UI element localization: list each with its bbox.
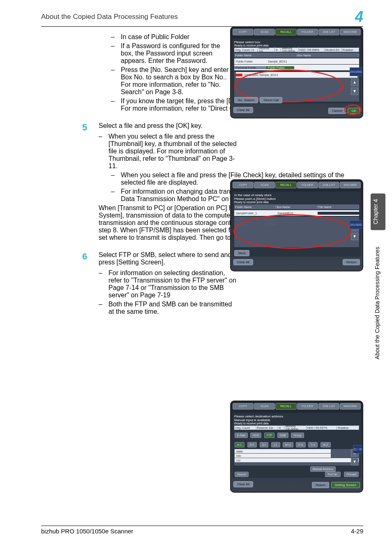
- step-number: 6: [82, 251, 99, 262]
- sc-page-badge: 001/0001: [350, 67, 363, 76]
- footer-page: 4-29: [351, 528, 363, 535]
- sc-folder-tab: Personal Folder: [234, 66, 266, 69]
- direct-call-button: Direct Call: [260, 97, 282, 103]
- port-no-button: Port No.: [325, 472, 341, 477]
- sc-page-badge: 001/0001: [350, 220, 363, 229]
- cancel-button: Cancel: [328, 108, 346, 114]
- body-text: When you select a file and press the [Th…: [108, 133, 238, 170]
- down-arrow-icon: ▼: [351, 233, 358, 240]
- step-intro: Select a file and press the [OK] key.: [99, 122, 238, 130]
- search-button: Search: [235, 472, 249, 477]
- body-text: In case of Public Folder: [121, 33, 189, 41]
- screenshot-ftp-smb: COPY SCAN RECALL FOLDER JOB LIST MACHINE…: [230, 401, 363, 493]
- sc-tab: SCAN: [254, 29, 275, 35]
- return-button: Return: [343, 259, 360, 265]
- return-button: Return: [312, 482, 329, 488]
- screenshot-select-box: COPY SCAN RECALL FOLDER JOB LIST MACHINE…: [230, 26, 363, 118]
- chapter-number-icon: 4: [355, 8, 363, 25]
- sc-tab: MACHINE: [340, 29, 361, 35]
- sc-page-badge: 01 / 01: [353, 445, 363, 454]
- clear-all-button: Clear All: [233, 259, 253, 265]
- clear-all-button: Clear All: [233, 107, 253, 113]
- sc-tab: RECALL: [275, 29, 296, 35]
- sc-status-cell: Orig. Count: [234, 49, 251, 51]
- sc-banner: In the case of newly store: [234, 193, 359, 197]
- up-arrow-icon: ▲: [351, 79, 358, 86]
- chapter-tab: Chapter 4: [371, 193, 385, 230]
- body-text: Both the FTP and SMB can be transmitted …: [108, 301, 238, 315]
- down-arrow-icon: ▼: [351, 458, 358, 466]
- sc-folder-selected: Public Folder: [266, 66, 294, 69]
- sc-status: Ready to receive print data: [234, 44, 359, 47]
- store-button: Store: [234, 250, 249, 256]
- setting-screen-button: Setting Screen: [331, 482, 360, 488]
- body-text: Press the [No. Search] key and enter a B…: [121, 66, 234, 96]
- down-arrow-icon: ▼: [351, 88, 358, 95]
- ftp-tab: FTP: [264, 433, 274, 438]
- step-number: 5: [82, 122, 99, 133]
- bullet-dash: –: [111, 33, 121, 41]
- screenshot-select-file: COPY SCAN RECALL FOLDER JOB LIST MACHINE…: [230, 179, 363, 271]
- sc-tab: JOB LIST: [318, 29, 339, 35]
- section-tab: About the Copied Data Processing Feature…: [374, 247, 385, 359]
- footer-product: bizhub PRO 1050/1050e Scanner: [41, 528, 133, 535]
- step-intro: Select FTP or SMB, select where to send …: [99, 251, 238, 266]
- sc-tab: COPY: [233, 29, 254, 35]
- body-text: For information on selecting destination…: [108, 269, 238, 299]
- firewall-button: Firewall: [344, 472, 359, 477]
- no-search-button: No. Search: [234, 97, 258, 103]
- body-text: If a Password is configured for the box,…: [121, 42, 234, 65]
- sc-tab: FOLDER: [297, 29, 318, 35]
- sc-banner: Please select box: [234, 40, 359, 44]
- page-title: About the Copied Data Processing Feature…: [41, 13, 178, 21]
- sc-folder-tab: Public Folder: [234, 60, 266, 63]
- clear-all-button: Clear All: [233, 481, 253, 487]
- sc-box-name: Sample_BOX1: [266, 60, 359, 63]
